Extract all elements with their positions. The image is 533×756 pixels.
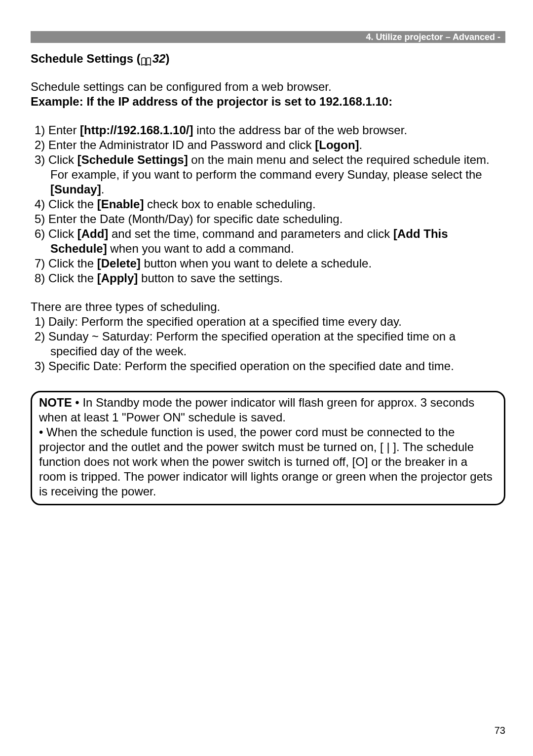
intro-line1: Schedule settings can be configured from… [31, 79, 505, 94]
step-3: 3) Click [Schedule Settings] on the main… [31, 152, 505, 197]
types-intro: There are three types of scheduling. [31, 300, 505, 314]
step-2: 2) Enter the Administrator ID and Passwo… [31, 138, 505, 152]
step-6: 6) Click [Add] and set the time, command… [31, 227, 505, 256]
step-8: 8) Click the [Apply] button to save the … [31, 271, 505, 286]
step-1: 1) Enter [http://192.168.1.10/] into the… [31, 123, 505, 138]
step-4: 4) Click the [Enable] check box to enabl… [31, 197, 505, 212]
breadcrumb: 4. Utilize projector – Advanced - [366, 32, 500, 42]
title-suffix: ) [165, 52, 169, 65]
type-3: 3) Specific Date: Perform the specified … [31, 359, 505, 374]
step-7: 7) Click the [Delete] button when you wa… [31, 256, 505, 271]
types-section: There are three types of scheduling. 1) … [31, 300, 505, 374]
type-2: 2) Sunday ~ Saturday: Perform the specif… [31, 329, 505, 359]
section-title: Schedule Settings (32) [31, 52, 505, 66]
title-ref-num: 32 [152, 52, 166, 65]
page-number: 73 [495, 725, 505, 736]
content-area: Schedule Settings (32) Schedule settings… [31, 52, 505, 505]
note-para-1: NOTE • In Standby mode the power indicat… [39, 395, 497, 425]
intro-text: Schedule settings can be configured from… [31, 79, 505, 109]
type-1: 1) Daily: Perform the specified operatio… [31, 314, 505, 329]
steps-list: 1) Enter [http://192.168.1.10/] into the… [31, 123, 505, 286]
note-para-2: • When the schedule function is used, th… [39, 425, 497, 499]
note-label: NOTE [39, 396, 72, 409]
step-5: 5) Enter the Date (Month/Day) for specif… [31, 212, 505, 227]
title-prefix: Schedule Settings ( [31, 52, 141, 65]
header-bar: 4. Utilize projector – Advanced - [31, 31, 505, 43]
note-box: NOTE • In Standby mode the power indicat… [31, 391, 505, 505]
intro-example: Example: If the IP address of the projec… [31, 94, 505, 109]
note-bullet: • [72, 396, 83, 409]
note-text-1: In Standby mode the power indicator will… [39, 396, 474, 424]
book-icon [141, 55, 152, 64]
